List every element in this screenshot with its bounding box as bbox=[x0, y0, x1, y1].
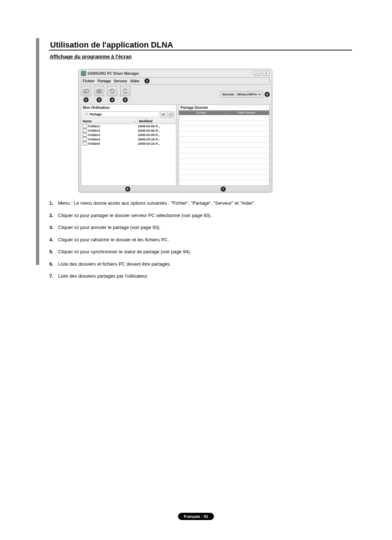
legend-num: 3. bbox=[49, 224, 58, 231]
folder-icon bbox=[83, 124, 87, 128]
my-computer-pane: Mon Ordinateur Partage Name bbox=[81, 105, 176, 186]
callout-4: 4 bbox=[110, 97, 115, 102]
legend-list: 1.Menu : Le menu donne accès aux options… bbox=[49, 200, 340, 285]
col-name-header[interactable]: Name bbox=[81, 119, 138, 124]
folder-icon bbox=[83, 129, 87, 132]
refresh-button[interactable] bbox=[107, 86, 117, 96]
table-row bbox=[179, 126, 269, 131]
folder-icon bbox=[83, 133, 87, 137]
sort-asc-icon bbox=[133, 120, 136, 123]
server-label: Serveur : WiseLinkPro bbox=[222, 93, 257, 96]
callout-3: 3 bbox=[97, 97, 102, 102]
list-item[interactable]: Folder12008-03-09 P... bbox=[81, 124, 176, 128]
share-folder-title: Partage Dossier bbox=[179, 105, 269, 110]
page-title: Utilisation de l'application DLNA bbox=[50, 40, 173, 50]
legend-text: Cliquer ici pour annuler le partage (voi… bbox=[58, 224, 340, 231]
col-modified-header[interactable]: Modified bbox=[138, 119, 176, 124]
share-folder-button[interactable] bbox=[81, 86, 91, 96]
table-row bbox=[179, 169, 269, 175]
menu-partage[interactable]: Partage bbox=[98, 79, 111, 83]
legend-text: Cliquer ici pour partager le dossier ser… bbox=[58, 212, 340, 219]
table-row bbox=[179, 120, 269, 126]
legend-text: Cliquer ici pour rafraîchir le dossier e… bbox=[58, 236, 340, 244]
app-window: SAMSUNG PC Share Manager – × Fichier Par… bbox=[78, 69, 272, 192]
unshare-folder-button[interactable] bbox=[94, 86, 104, 96]
callout-8: 8 bbox=[265, 92, 270, 97]
legend-num: 7. bbox=[49, 273, 58, 280]
share-table-body bbox=[179, 115, 269, 186]
col-dossier[interactable]: Dossier bbox=[179, 110, 224, 115]
share-table-header: Dossier Plein Chemin bbox=[179, 110, 269, 115]
table-row bbox=[179, 148, 269, 153]
table-row bbox=[179, 115, 269, 120]
table-row bbox=[179, 153, 269, 159]
legend-num: 4. bbox=[49, 236, 58, 244]
callout-1: 1 bbox=[144, 78, 150, 83]
legend-text: Liste des dossiers partagés par l'utilis… bbox=[58, 273, 340, 280]
toolbar: 2 3 4 5 Serveur bbox=[81, 86, 270, 102]
callout-5: 5 bbox=[123, 97, 128, 102]
partage-dropdown[interactable]: Partage bbox=[83, 111, 159, 117]
table-row bbox=[179, 131, 269, 137]
legend-num: 1. bbox=[49, 200, 58, 207]
legend-num: 2. bbox=[49, 212, 58, 219]
list-item[interactable]: Folder22008-03-09 P... bbox=[81, 128, 176, 133]
list-item[interactable]: Folder52008-03-16 P... bbox=[81, 142, 176, 146]
app-icon bbox=[81, 71, 86, 76]
menubar: Fichier Partage Serveur Aider 1 bbox=[81, 77, 270, 85]
list-item[interactable]: Folder32008-03-09 P... bbox=[81, 133, 176, 137]
legend-num: 5. bbox=[49, 248, 58, 255]
folder-up-button[interactable] bbox=[167, 111, 175, 118]
folder-list: Folder12008-03-09 P... Folder22008-03-09… bbox=[81, 124, 176, 185]
table-row bbox=[179, 180, 269, 186]
list-header: Name Modified bbox=[81, 118, 176, 124]
chevron-down-icon bbox=[258, 93, 261, 96]
table-row bbox=[179, 137, 269, 142]
window-title: SAMSUNG PC Share Manager bbox=[87, 71, 139, 75]
sync-button[interactable] bbox=[120, 86, 130, 96]
window-titlebar: SAMSUNG PC Share Manager – × bbox=[79, 69, 272, 77]
callout-6: 6 bbox=[125, 187, 130, 192]
dropdown-button[interactable] bbox=[160, 111, 166, 118]
minimize-button[interactable]: – bbox=[254, 71, 261, 76]
table-row bbox=[179, 159, 269, 164]
table-row bbox=[179, 175, 269, 180]
share-folder-pane: Partage Dossier Dossier Plein Chemin bbox=[179, 105, 270, 186]
legend-text: Cliquer ici pour synchroniser le statut … bbox=[58, 248, 340, 255]
partage-label: Partage bbox=[90, 112, 102, 116]
callout-7: 7 bbox=[221, 187, 226, 192]
menu-aider[interactable]: Aider bbox=[130, 79, 140, 83]
legend-text: Liste des dossiers et fichiers PC devant… bbox=[58, 261, 340, 268]
table-row bbox=[179, 142, 269, 148]
menu-fichier[interactable]: Fichier bbox=[83, 79, 95, 83]
folder-icon bbox=[83, 142, 87, 146]
menu-serveur[interactable]: Serveur bbox=[114, 79, 127, 83]
folder-open-icon bbox=[85, 112, 88, 116]
folder-icon bbox=[83, 138, 87, 141]
legend-num: 6. bbox=[49, 261, 58, 268]
my-computer-title: Mon Ordinateur bbox=[81, 105, 176, 110]
col-plein-chemin[interactable]: Plein Chemin bbox=[224, 110, 269, 115]
page-subtitle: Affichage du programme à l'écran bbox=[50, 54, 132, 60]
title-rule bbox=[49, 50, 352, 50]
callout-2: 2 bbox=[83, 97, 89, 102]
page-footer: Français - 91 bbox=[178, 513, 214, 520]
legend-text: Menu : Le menu donne accès aux options s… bbox=[58, 200, 340, 207]
section-bar bbox=[36, 38, 39, 265]
table-row bbox=[179, 164, 269, 169]
close-button[interactable]: × bbox=[262, 71, 270, 76]
server-selector[interactable]: Serveur : WiseLinkPro bbox=[220, 91, 263, 98]
list-item[interactable]: Folder42008-03-16 P... bbox=[81, 137, 176, 142]
